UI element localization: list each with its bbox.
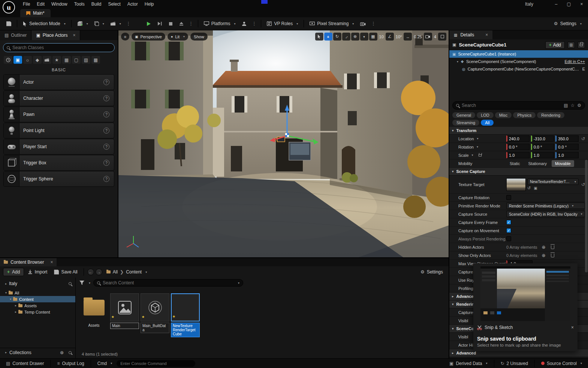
section-scene-capture[interactable]: ▾ Scene Capture (449, 168, 588, 176)
menu-build[interactable]: Build (88, 0, 105, 8)
asset-folder-assets[interactable]: Assets (79, 293, 108, 329)
capture-every-frame-checkbox[interactable]: ✓ (506, 220, 511, 225)
ui-category-icon[interactable]: ▧ (82, 56, 90, 64)
menu-window[interactable]: Window (48, 0, 71, 8)
camera-button[interactable] (358, 20, 368, 28)
view-options-button[interactable]: ▥ (567, 42, 575, 48)
menu-actor[interactable]: Actor (124, 0, 141, 8)
platforms-dropdown[interactable]: Platforms ▾ (201, 19, 238, 28)
world-space-button[interactable]: ⊕ (351, 33, 359, 41)
component-tree-capture-component[interactable]: ◎ CaptureComponentCube (NewSceneCaptureC… (449, 65, 588, 73)
filter-funnel-icon[interactable] (79, 281, 84, 285)
forward-button[interactable]: → (96, 269, 102, 275)
section-transform[interactable]: ▾ Transform (449, 127, 588, 135)
lock-button[interactable] (578, 42, 585, 48)
snip-thumbnail[interactable] (480, 266, 570, 321)
tree-item-assets[interactable]: ▸ Assets (0, 302, 75, 309)
details-search-input[interactable] (462, 103, 561, 108)
filter-lod[interactable]: LOD (477, 112, 494, 118)
scale-x-input[interactable]: 1.0 (506, 152, 530, 158)
tree-item-content[interactable]: ▾ Content (0, 296, 75, 302)
tab-main-level[interactable]: Main* (20, 9, 51, 17)
scale-snap-button[interactable]: ↔ (404, 33, 412, 41)
filter-streaming[interactable]: Streaming (452, 120, 479, 126)
all-classes-category-icon[interactable]: ▩ (91, 56, 100, 64)
surface-snap-button[interactable]: ▾ (360, 33, 368, 41)
asset-new-texture-render-target[interactable]: * NewTexture RenderTarget Cube (171, 293, 200, 337)
content-drawer-button[interactable]: ▤ Content Drawer (3, 360, 47, 367)
output-log-button[interactable]: ≡ Output Log (54, 360, 87, 367)
camera-speed-value[interactable]: 4 (433, 35, 437, 39)
multi-user-options-icon[interactable]: ⋮ (250, 21, 258, 26)
settings-dropdown[interactable]: ⚙ Settings ▾ (551, 19, 584, 28)
show-dropdown[interactable]: Show (190, 33, 208, 41)
search-icon[interactable] (69, 351, 72, 354)
tab-content-browser[interactable]: Content Browser × (0, 258, 57, 266)
lights-category-icon[interactable]: ☼ (23, 56, 32, 64)
scale-z-input[interactable]: 1.0 (555, 152, 579, 158)
source-selector[interactable]: ▸ Italy (0, 279, 75, 288)
geometry-category-icon[interactable]: ▦ (62, 56, 71, 64)
filter-misc[interactable]: Misc (495, 112, 512, 118)
rotation-y-input[interactable]: 0.0 ° (531, 144, 554, 150)
close-icon[interactable]: × (485, 32, 488, 38)
source-control-button[interactable]: Source Control ▾ (538, 360, 585, 367)
add-actor-button[interactable]: + ▾ (75, 19, 91, 28)
recently-placed-icon[interactable] (4, 56, 12, 64)
editor-mode-dropdown[interactable]: Selection Mode ▾ (20, 19, 68, 28)
derived-data-button[interactable]: ▣ Derived Data ▾ (446, 360, 490, 367)
view-mode-dropdown[interactable]: ● Lit ▾ (168, 33, 188, 41)
place-actor-item[interactable]: Trigger Box ? (3, 155, 114, 171)
tree-item-all[interactable]: ▾ All (0, 290, 75, 296)
scale-tool-button[interactable]: ↔ (342, 33, 350, 41)
help-icon[interactable]: ? (103, 111, 109, 117)
save-button[interactable] (4, 20, 14, 28)
reset-icon[interactable]: ↺ (581, 182, 585, 187)
add-element-icon[interactable]: ⊕ (542, 245, 546, 250)
collections-section[interactable]: ▸ Collections ⊕ (0, 348, 75, 357)
asset-main-builtdata[interactable]: * Main_BuiltData (141, 293, 169, 333)
settings-gear-icon[interactable]: ⚙ (577, 103, 581, 108)
rotation-snap-value[interactable]: 10° (395, 35, 403, 39)
mobility-static[interactable]: Static (506, 160, 524, 167)
tab-outliner[interactable]: ▤ Outliner (0, 30, 31, 40)
help-icon[interactable]: ? (103, 79, 109, 85)
place-actor-item[interactable]: Point Light ? (3, 123, 114, 138)
multi-user-button[interactable] (239, 20, 249, 28)
filter-rendering[interactable]: Rendering (537, 112, 564, 118)
import-button[interactable]: Import (25, 267, 50, 276)
move-tool-button[interactable]: + (324, 33, 332, 41)
location-z-input[interactable]: 350.0 (555, 135, 579, 142)
vp-roles-dropdown[interactable]: VP Roles ▾ (264, 19, 301, 28)
cmd-dropdown[interactable]: Cmd ▾ (94, 360, 115, 367)
help-icon[interactable]: ? (103, 144, 109, 150)
mobility-stationary[interactable]: Stationary (525, 160, 551, 167)
visual-effects-category-icon[interactable]: ★ (52, 56, 61, 64)
browse-asset-icon[interactable]: ▣ (534, 186, 537, 190)
menu-edit[interactable]: Edit (33, 0, 48, 8)
camera-speed-button[interactable] (424, 33, 432, 41)
location-y-input[interactable]: -310.0 (531, 135, 554, 142)
rotation-x-input[interactable]: 0.0 ° (506, 144, 530, 150)
add-component-button[interactable]: + Add (545, 41, 565, 49)
close-icon[interactable]: × (571, 325, 574, 330)
cinematics-button[interactable]: ▾ (108, 20, 124, 28)
level-viewport[interactable]: ≡ ▣ Perspective ● Lit ▾ Show + ↻ ↔ ⊕ ▾ ▦… (118, 30, 449, 257)
shapes-category-icon[interactable]: ◆ (33, 56, 42, 64)
place-actor-item[interactable]: Actor ? (3, 74, 114, 90)
scale-lock-icon[interactable] (479, 154, 482, 156)
search-classes-input[interactable] (12, 45, 111, 50)
reset-icon[interactable]: ↺ (581, 136, 585, 141)
menu-tools[interactable]: Tools (71, 0, 88, 8)
viewport-options-menu[interactable]: ≡ (121, 33, 129, 41)
help-icon[interactable]: ? (103, 176, 109, 182)
place-actor-item[interactable]: Trigger Sphere ? (3, 171, 114, 187)
filter-all[interactable]: All (481, 120, 494, 126)
rotation-snap-button[interactable]: ∠ (386, 33, 394, 41)
console-command-input[interactable] (120, 361, 192, 366)
primitive-render-mode-dropdown[interactable]: Render Scene Primitives (Legacy)▾ (506, 203, 585, 209)
place-actor-item[interactable]: Pawn ? (3, 107, 114, 122)
search-icon[interactable] (69, 282, 72, 285)
place-actor-item[interactable]: Player Start ? (3, 139, 114, 155)
menu-help[interactable]: Help (141, 0, 157, 8)
